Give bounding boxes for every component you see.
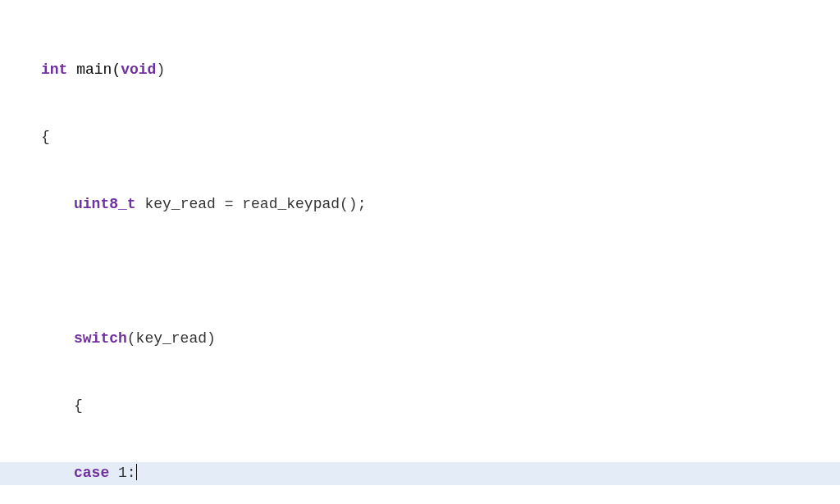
switch-expr: (key_read)	[127, 330, 216, 347]
code-line: uint8_t key_read = read_keypad();	[0, 193, 840, 216]
keyword-switch: switch	[74, 330, 127, 347]
keyword-uint8: uint8_t	[74, 196, 136, 212]
paren-close: )	[156, 61, 165, 78]
code-line: {	[0, 126, 840, 149]
code-line: switch(key_read)	[0, 328, 840, 351]
keyword-int: int	[41, 61, 67, 78]
text-cursor	[136, 464, 137, 480]
code-line: int main(void)	[0, 59, 840, 82]
brace-open: {	[41, 129, 50, 145]
code-line-highlighted: case 1:	[0, 462, 840, 485]
keyword-case: case	[74, 465, 109, 481]
fn-main: main(	[67, 61, 121, 78]
code-block: int main(void) { uint8_t key_read = read…	[0, 15, 840, 504]
code-line: {	[0, 395, 840, 418]
var-decl: key_read = read_keypad();	[136, 196, 367, 212]
blank-line	[0, 261, 840, 284]
keyword-void: void	[121, 61, 156, 78]
case-value: 1:	[109, 465, 135, 481]
brace-open: {	[74, 397, 83, 414]
